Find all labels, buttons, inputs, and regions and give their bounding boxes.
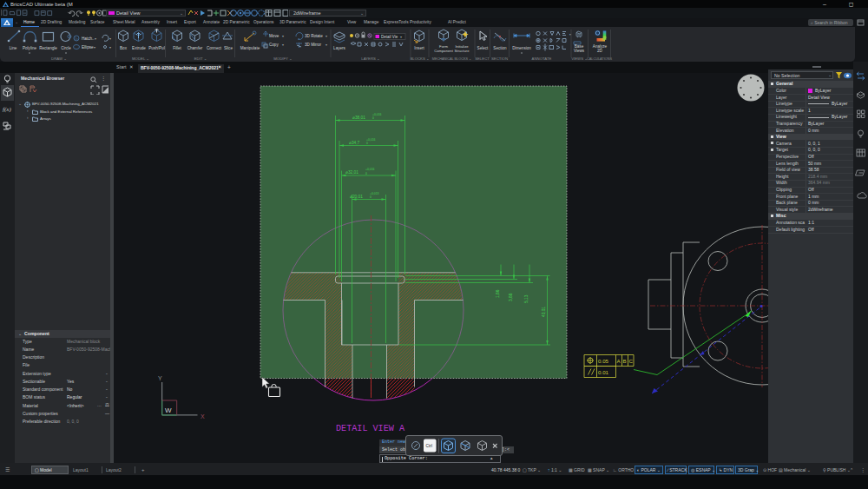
svg-text:VIEWS ⌄: VIEWS ⌄ bbox=[571, 56, 588, 61]
svg-text:MODEL ⌄: MODEL ⌄ bbox=[132, 56, 149, 61]
svg-text:Detail Vie: Detail Vie bbox=[381, 35, 398, 39]
svg-text:MECHANICAL BLOCKS ⌄: MECHANICAL BLOCKS ⌄ bbox=[432, 57, 471, 61]
svg-text:Section: Section bbox=[493, 46, 507, 50]
svg-text:0: 0 bbox=[366, 142, 368, 145]
svg-text:B: B bbox=[623, 358, 627, 364]
svg-text:0.05: 0.05 bbox=[598, 358, 609, 364]
svg-text:▾: ▾ bbox=[94, 45, 95, 50]
svg-text:C: C bbox=[629, 358, 634, 364]
svg-text:0: 0 bbox=[370, 195, 372, 199]
svg-text:SECTION: SECTION bbox=[491, 56, 508, 61]
svg-text:Component: Component bbox=[434, 49, 453, 53]
svg-text:Views: Views bbox=[574, 49, 585, 53]
svg-text:Push/Pull: Push/Pull bbox=[148, 46, 165, 50]
svg-text:LAYERS ⌄: LAYERS ⌄ bbox=[361, 56, 379, 61]
svg-text:Layers: Layers bbox=[333, 46, 345, 50]
svg-text:0: 0 bbox=[365, 172, 367, 175]
svg-text:▾: ▾ bbox=[109, 36, 111, 41]
svg-text:Ctrl: Ctrl bbox=[426, 444, 432, 448]
svg-text:⌀20,01: ⌀20,01 bbox=[350, 195, 363, 199]
svg-text:Manipulate: Manipulate bbox=[240, 46, 260, 50]
svg-text:Line: Line bbox=[10, 46, 17, 50]
svg-text:0.01: 0.01 bbox=[598, 369, 609, 375]
svg-text:1,86: 1,86 bbox=[496, 289, 500, 298]
svg-text:W: W bbox=[165, 406, 172, 414]
svg-text:Rectangle: Rectangle bbox=[39, 46, 57, 50]
svg-text:+0,016: +0,016 bbox=[372, 113, 382, 116]
svg-text:DETAIL VIEW A: DETAIL VIEW A bbox=[336, 423, 404, 433]
svg-text:▾: ▾ bbox=[282, 43, 284, 47]
svg-text:SELECT: SELECT bbox=[475, 56, 490, 61]
svg-text:EDIT ⌄: EDIT ⌄ bbox=[194, 56, 207, 61]
svg-text:Extrude: Extrude bbox=[132, 46, 146, 50]
svg-text:⌀38,01: ⌀38,01 bbox=[352, 116, 365, 120]
svg-text:Ellipse: Ellipse bbox=[82, 45, 94, 50]
svg-text:3D Mirror: 3D Mirror bbox=[305, 43, 322, 47]
svg-text:2D: 2D bbox=[597, 49, 603, 53]
svg-text:Connect: Connect bbox=[207, 46, 222, 50]
svg-text:+0,016: +0,016 bbox=[366, 138, 376, 142]
svg-text:Polyline: Polyline bbox=[23, 46, 37, 50]
svg-text:⌀32,01: ⌀32,01 bbox=[345, 170, 358, 175]
svg-text:Copy: Copy bbox=[269, 43, 279, 47]
svg-text:CALCULATIONS: CALCULATIONS bbox=[587, 57, 612, 61]
svg-text:Insert: Insert bbox=[414, 46, 424, 50]
svg-text:DRAW ⌄: DRAW ⌄ bbox=[51, 56, 67, 61]
svg-text:▾: ▾ bbox=[326, 43, 327, 47]
svg-text:Fillet: Fillet bbox=[173, 46, 181, 50]
svg-text:Move: Move bbox=[269, 34, 279, 38]
svg-text:+0,016: +0,016 bbox=[365, 168, 375, 171]
svg-text:MODIFY ⌄: MODIFY ⌄ bbox=[273, 56, 292, 61]
svg-text:Slice: Slice bbox=[224, 46, 233, 50]
svg-text:⌀34,7: ⌀34,7 bbox=[349, 141, 360, 145]
svg-text:Select: Select bbox=[477, 46, 489, 50]
svg-text:+0,013: +0,013 bbox=[370, 192, 379, 195]
svg-text:▾: ▾ bbox=[326, 34, 327, 38]
svg-text:f(x): f(x) bbox=[3, 106, 11, 113]
svg-text:Base: Base bbox=[575, 44, 584, 49]
svg-text:3D Rotate: 3D Rotate bbox=[305, 34, 323, 38]
svg-text:▾: ▾ bbox=[109, 45, 111, 50]
svg-text:▾: ▾ bbox=[95, 36, 96, 41]
svg-text:3,88: 3,88 bbox=[509, 293, 513, 301]
svg-text:A: A bbox=[617, 358, 621, 364]
svg-text:X: X bbox=[201, 413, 205, 420]
svg-text:0: 0 bbox=[372, 116, 374, 120]
svg-text:Chamfer: Chamfer bbox=[187, 46, 203, 50]
svg-text:Hatch..: Hatch.. bbox=[82, 36, 95, 41]
svg-text:▾: ▾ bbox=[282, 34, 284, 38]
svg-text:Y: Y bbox=[158, 375, 162, 381]
svg-text:Dimension: Dimension bbox=[512, 46, 531, 50]
svg-text:ANNOTATE: ANNOTATE bbox=[532, 56, 552, 61]
svg-text:Analyze: Analyze bbox=[593, 44, 608, 49]
svg-text:Circle: Circle bbox=[61, 46, 71, 50]
svg-text:BLOCKS ⌄: BLOCKS ⌄ bbox=[410, 56, 429, 61]
svg-text:40,01: 40,01 bbox=[542, 307, 546, 317]
svg-text:Structure: Structure bbox=[455, 49, 470, 53]
svg-text:5,13: 5,13 bbox=[524, 294, 529, 303]
svg-text:Box: Box bbox=[120, 46, 128, 50]
svg-text:▾: ▾ bbox=[400, 35, 402, 39]
